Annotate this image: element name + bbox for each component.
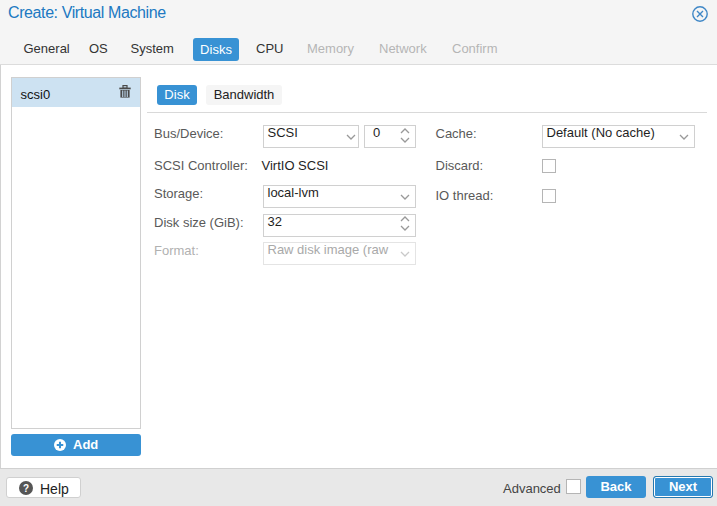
svg-text:?: ? <box>23 483 29 494</box>
